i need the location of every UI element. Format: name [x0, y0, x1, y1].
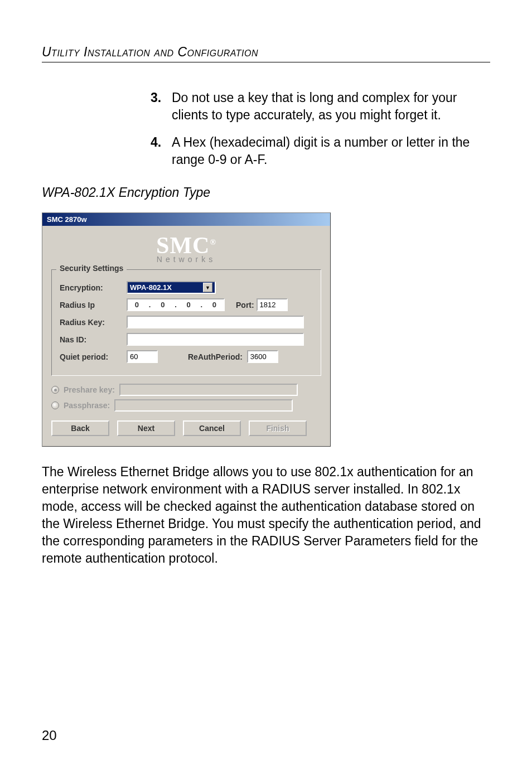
logo-subtext: Networks: [42, 255, 330, 264]
preshare-key-label: Preshare key:: [64, 385, 115, 394]
section-subheading: WPA-802.1X Encryption Type: [42, 185, 490, 200]
encryption-value: WPA-802.1X: [130, 283, 172, 292]
preshare-key-row: Preshare key:: [51, 384, 321, 396]
radius-ip-row: Radius Ip 0. 0. 0. 0 Port:: [60, 298, 313, 311]
nas-id-input[interactable]: [127, 333, 304, 346]
security-settings-group: Security Settings Encryption: WPA-802.1X…: [51, 269, 321, 376]
list-item: 4. A Hex (hexadecimal) digit is a number…: [151, 134, 490, 168]
encryption-select[interactable]: WPA-802.1X ▼: [127, 281, 216, 294]
list-number: 3.: [151, 89, 166, 124]
dialog-title-bar: SMC 2870w: [42, 213, 330, 226]
ip-octet: 0: [135, 301, 139, 309]
radius-key-input[interactable]: [127, 316, 304, 328]
quiet-period-label: Quiet period:: [60, 352, 127, 361]
radius-key-row: Radius Key:: [60, 316, 313, 328]
reauth-period-label: ReAuthPeriod:: [188, 352, 243, 361]
dialog-logo: SMC® Networks: [42, 226, 330, 267]
security-settings-dialog: SMC 2870w SMC® Networks Security Setting…: [42, 212, 331, 447]
port-label: Port:: [236, 301, 254, 309]
passphrase-radio[interactable]: [51, 401, 59, 409]
ordered-list: 3. Do not use a key that is long and com…: [42, 89, 490, 168]
port-input[interactable]: [257, 298, 288, 311]
page-number: 20: [42, 728, 57, 743]
radius-key-label: Radius Key:: [60, 318, 127, 327]
encryption-label: Encryption:: [60, 283, 127, 292]
ip-octet: 0: [161, 301, 165, 309]
dialog-button-row: Back Next Cancel Finish: [42, 415, 330, 446]
body-paragraph: The Wireless Ethernet Bridge allows you …: [42, 463, 490, 567]
quiet-period-input[interactable]: [127, 350, 158, 363]
passphrase-input: [114, 399, 293, 412]
nas-id-label: Nas ID:: [60, 335, 127, 344]
chevron-down-icon[interactable]: ▼: [203, 283, 212, 292]
nas-id-row: Nas ID:: [60, 333, 313, 346]
radius-ip-label: Radius Ip: [60, 301, 127, 309]
header-rule: [42, 62, 490, 62]
cancel-button[interactable]: Cancel: [183, 420, 241, 436]
reauth-period-input[interactable]: [247, 350, 278, 363]
next-button[interactable]: Next: [117, 420, 175, 436]
preshare-key-input: [119, 384, 298, 396]
passphrase-label: Passphrase:: [64, 401, 110, 410]
preshare-radio[interactable]: [51, 386, 59, 394]
quiet-reauth-row: Quiet period: ReAuthPeriod:: [60, 350, 313, 363]
ip-octet: 0: [212, 301, 216, 309]
list-text: Do not use a key that is long and comple…: [172, 89, 490, 124]
logo-registered: ®: [210, 238, 216, 246]
list-text: A Hex (hexadecimal) digit is a number or…: [172, 134, 490, 168]
page-header: Utility Installation and Configuration: [42, 45, 490, 60]
group-legend: Security Settings: [56, 264, 127, 273]
ip-octet: 0: [187, 301, 191, 309]
finish-button: Finish: [249, 420, 307, 436]
back-button[interactable]: Back: [51, 420, 109, 436]
logo-text: SMC®: [42, 234, 330, 257]
list-item: 3. Do not use a key that is long and com…: [151, 89, 490, 124]
list-number: 4.: [151, 134, 166, 168]
encryption-row: Encryption: WPA-802.1X ▼: [60, 281, 313, 294]
radius-ip-input[interactable]: 0. 0. 0. 0: [127, 298, 225, 311]
passphrase-row: Passphrase:: [51, 399, 321, 412]
